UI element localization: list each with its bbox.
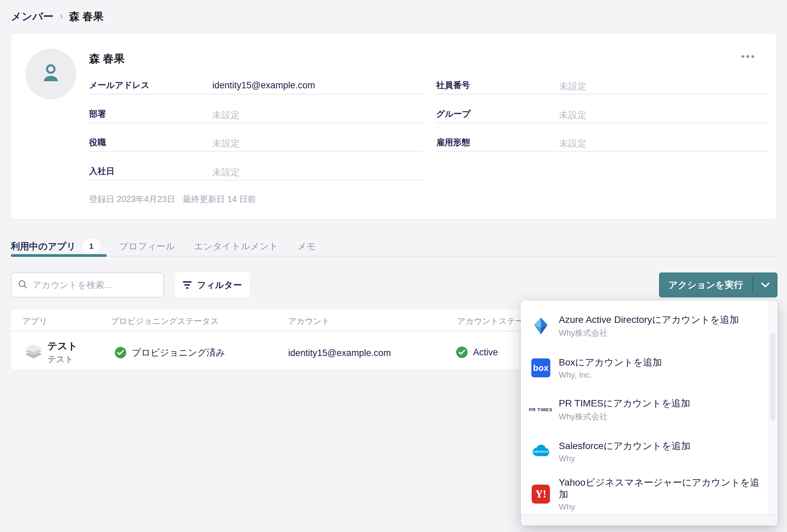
menu-item-salesforce[interactable]: salesforce Salesforceにアカウントを追加 Why: [521, 434, 762, 469]
check-circle-icon: [115, 347, 126, 358]
pr-times-logo-text: PR TIMES: [529, 407, 552, 412]
layers-icon: [24, 343, 43, 364]
more-options-button[interactable]: •••: [738, 49, 759, 64]
menu-item-title: Yahooビジネスマネージャーにアカウントを追加: [559, 476, 762, 500]
field-employee-number: 社員番号: [436, 78, 470, 92]
account-status-cell: Active: [456, 347, 498, 358]
field-divider: [89, 180, 422, 180]
menu-item-box[interactable]: box Boxにアカウントを追加 Why, Inc.: [521, 350, 762, 385]
field-department: 部署: [89, 107, 106, 120]
yahoo-logo-text: Y!: [532, 485, 550, 504]
field-label: 部署: [89, 108, 106, 119]
account-cell: identity15@example.com: [288, 348, 391, 358]
field-department-value: 未設定: [212, 109, 240, 121]
menu-item-subtitle: Why株式会社: [559, 328, 739, 338]
menu-item-text: PR TIMESにアカウントを追加 Why株式会社: [559, 397, 690, 422]
breadcrumb-current-member: 森 春果: [69, 9, 104, 24]
app-name-cell: テスト テスト: [47, 341, 78, 365]
menu-item-title: Salesforceにアカウントを追加: [559, 440, 690, 452]
tab-label: メモ: [297, 240, 316, 252]
field-label: メールアドレス: [89, 80, 150, 91]
registered-date: 登録日 2023年4月23日: [89, 194, 175, 205]
member-name: 森 春果: [89, 51, 125, 66]
column-header-account: アカウント: [288, 316, 330, 327]
field-title: 役職: [89, 135, 106, 149]
search-input[interactable]: [33, 280, 157, 290]
provisioning-status-cell: プロビジョニング済み: [115, 347, 225, 359]
menu-footer: [521, 514, 778, 526]
tab-bar: 利用中のアプリ 1 プロフィール エンタイトルメント メモ: [11, 237, 776, 257]
azure-ad-logo-icon: [531, 316, 551, 336]
field-group: グループ: [436, 107, 471, 120]
salesforce-logo-icon: salesforce: [531, 442, 551, 461]
menu-item-text: Azure Active Directoryにアカウントを追加 Why株式会社: [559, 314, 739, 338]
field-title-value: 未設定: [212, 137, 240, 150]
field-divider: [89, 94, 422, 94]
field-employee-number-value: 未設定: [559, 80, 587, 92]
yahoo-logo-icon: Y!: [531, 484, 551, 504]
field-employment-type: 雇用形態: [436, 135, 470, 149]
menu-item-subtitle: Why: [559, 502, 762, 512]
filter-button[interactable]: フィルター: [175, 272, 250, 297]
apps-count-badge: 1: [83, 239, 100, 254]
tab-memo[interactable]: メモ: [297, 240, 316, 252]
run-action-button[interactable]: アクションを実行: [659, 272, 778, 297]
profile-card: 森 春果 ••• メールアドレス identity15@example.com …: [11, 34, 776, 219]
menu-item-azure-ad[interactable]: Azure Active Directoryにアカウントを追加 Why株式会社: [521, 308, 762, 343]
breadcrumb: メンバー › 森 春果: [11, 9, 104, 24]
menu-item-title: Boxにアカウントを追加: [559, 356, 662, 368]
menu-item-pr-times[interactable]: PR TIMES PR TIMESにアカウントを追加 Why株式会社: [521, 392, 762, 427]
menu-item-subtitle: Why, Inc.: [559, 370, 662, 380]
field-divider: [89, 123, 422, 123]
tab-apps-in-use[interactable]: 利用中のアプリ 1: [11, 239, 100, 254]
tab-label: 利用中のアプリ: [11, 240, 76, 252]
field-divider: [436, 123, 768, 123]
breadcrumb-chevron-icon: ›: [60, 10, 63, 22]
field-email-value: identity15@example.com: [212, 80, 315, 91]
field-divider: [436, 94, 768, 94]
tab-label: エンタイトルメント: [194, 240, 278, 252]
field-label: 社員番号: [436, 80, 470, 91]
menu-scrollbar[interactable]: [768, 301, 778, 514]
field-label: 入社日: [89, 165, 114, 177]
app-name: テスト: [47, 341, 78, 352]
member-detail-page: メンバー › 森 春果 森 春果 ••• メールアドレス identity15@…: [0, 0, 787, 532]
box-logo-icon: box: [531, 358, 551, 378]
tab-entitlements[interactable]: エンタイトルメント: [194, 240, 278, 252]
field-divider: [436, 151, 768, 152]
filter-icon: [183, 281, 192, 289]
menu-item-text: Yahooビジネスマネージャーにアカウントを追加 Why: [559, 476, 762, 512]
tab-profile[interactable]: プロフィール: [119, 240, 175, 252]
field-group-value: 未設定: [559, 109, 587, 121]
pr-times-logo-icon: PR TIMES: [531, 400, 551, 419]
scrollbar-thumb[interactable]: [770, 333, 775, 421]
menu-item-yahoo[interactable]: Y! Yahooビジネスマネージャーにアカウントを追加 Why: [521, 476, 762, 512]
field-join-date: 入社日: [89, 164, 114, 178]
menu-item-title: PR TIMESにアカウントを追加: [559, 397, 690, 409]
profile-meta: 登録日 2023年4月23日 最終更新日 14 日前: [89, 194, 256, 205]
provisioning-status: プロビジョニング済み: [132, 347, 225, 359]
menu-item-subtitle: Why: [559, 454, 690, 463]
column-header-app: アプリ: [22, 316, 47, 327]
salesforce-logo-text: salesforce: [531, 450, 551, 453]
account-status: Active: [473, 347, 498, 358]
search-icon: [18, 279, 28, 291]
chevron-down-icon[interactable]: [753, 272, 778, 297]
field-label: 役職: [89, 137, 106, 148]
menu-item-title: Azure Active Directoryにアカウントを追加: [559, 314, 739, 326]
field-label: 雇用形態: [436, 137, 470, 148]
run-action-label: アクションを実行: [659, 272, 752, 297]
last-updated: 最終更新日 14 日前: [183, 194, 256, 205]
account-search: [11, 272, 164, 297]
breadcrumb-members-link[interactable]: メンバー: [11, 9, 54, 24]
app-subtitle: テスト: [47, 354, 78, 365]
field-divider: [89, 151, 422, 152]
person-icon: [39, 62, 63, 87]
action-dropdown-menu: Azure Active Directoryにアカウントを追加 Why株式会社 …: [521, 301, 778, 526]
active-tab-indicator: [11, 254, 107, 257]
field-employment-type-value: 未設定: [559, 137, 587, 150]
menu-item-text: Boxにアカウントを追加 Why, Inc.: [559, 356, 662, 380]
check-circle-icon: [456, 347, 468, 358]
field-join-date-value: 未設定: [212, 166, 240, 178]
tab-label: プロフィール: [119, 240, 175, 252]
